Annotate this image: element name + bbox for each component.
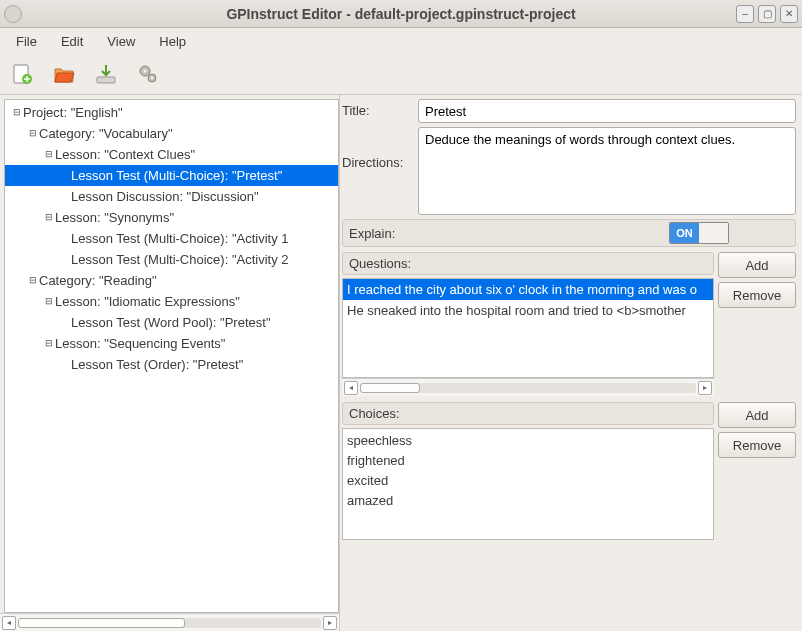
directions-textarea[interactable] — [418, 127, 796, 215]
toolbar — [0, 54, 802, 94]
choice-row[interactable]: amazed — [343, 491, 713, 511]
scroll-left-icon[interactable]: ◂ — [2, 616, 16, 630]
menu-view[interactable]: View — [97, 31, 145, 52]
tree-item-label: Lesson Test (Word Pool): "Pretest" — [71, 312, 271, 333]
tree-item[interactable]: ⊟Lesson: "Idiomatic Expressions" — [5, 291, 338, 312]
tree-item-label: Category: "Reading" — [39, 270, 157, 291]
scroll-right-icon[interactable]: ▸ — [698, 381, 712, 395]
tree-item-label: Lesson: "Sequencing Events" — [55, 333, 225, 354]
menu-file[interactable]: File — [6, 31, 47, 52]
toggle-on-label: ON — [670, 223, 699, 243]
tree-item-label: Category: "Vocabulary" — [39, 123, 173, 144]
tree-item[interactable]: ⊟Category: "Reading" — [5, 270, 338, 291]
tree-item-label: Lesson: "Context Clues" — [55, 144, 195, 165]
svg-point-4 — [144, 70, 147, 73]
svg-point-6 — [151, 77, 153, 79]
new-file-button[interactable] — [8, 60, 36, 88]
scroll-right-icon[interactable]: ▸ — [323, 616, 337, 630]
window-title: GPInstruct Editor - default-project.gpin… — [0, 6, 802, 22]
tree-item[interactable]: Lesson Discussion: "Discussion" — [5, 186, 338, 207]
explain-toggle[interactable]: ON — [669, 222, 729, 244]
tree-twisty[interactable]: ⊟ — [27, 123, 39, 144]
title-label: Title: — [342, 99, 418, 118]
menu-help[interactable]: Help — [149, 31, 196, 52]
menubar: File Edit View Help — [0, 28, 802, 54]
tree-item[interactable]: ⊟Lesson: "Context Clues" — [5, 144, 338, 165]
tree-twisty[interactable]: ⊟ — [43, 144, 55, 165]
tree-item-label: Lesson Test (Order): "Pretest" — [71, 354, 243, 375]
tree-twisty[interactable]: ⊟ — [11, 102, 23, 123]
remove-choice-button[interactable]: Remove — [718, 432, 796, 458]
question-row[interactable]: I reached the city about six o' clock in… — [343, 279, 713, 300]
title-input[interactable] — [418, 99, 796, 123]
tree-item-label: Lesson Test (Multi-Choice): "Pretest" — [71, 165, 282, 186]
project-tree[interactable]: ⊟Project: "English"⊟Category: "Vocabular… — [5, 100, 338, 377]
choices-header: Choices: — [342, 402, 714, 425]
svg-rect-2 — [97, 77, 115, 83]
tree-twisty[interactable]: ⊟ — [43, 207, 55, 228]
tree-panel: ⊟Project: "English"⊟Category: "Vocabular… — [0, 95, 340, 631]
tree-item[interactable]: ⊟Lesson: "Synonyms" — [5, 207, 338, 228]
choices-list[interactable]: speechlessfrightenedexcitedamazed — [342, 428, 714, 540]
open-file-button[interactable] — [50, 60, 78, 88]
remove-question-button[interactable]: Remove — [718, 282, 796, 308]
tree-item[interactable]: Lesson Test (Multi-Choice): "Activity 2 — [5, 249, 338, 270]
tree-item[interactable]: Lesson Test (Multi-Choice): "Pretest" — [5, 165, 338, 186]
tree-item[interactable]: Lesson Test (Word Pool): "Pretest" — [5, 312, 338, 333]
question-row[interactable]: He sneaked into the hospital room and tr… — [343, 300, 713, 321]
tree-item[interactable]: Lesson Test (Multi-Choice): "Activity 1 — [5, 228, 338, 249]
settings-button[interactable] — [134, 60, 162, 88]
directions-label: Directions: — [342, 127, 418, 170]
editor-panel: Title: Directions: Explain: ON Questions… — [340, 95, 802, 631]
tree-item[interactable]: ⊟Project: "English" — [5, 102, 338, 123]
tree-twisty[interactable]: ⊟ — [43, 291, 55, 312]
choice-row[interactable]: frightened — [343, 451, 713, 471]
page-plus-icon — [11, 63, 33, 85]
tree-item-label: Lesson Test (Multi-Choice): "Activity 2 — [71, 249, 289, 270]
questions-list[interactable]: I reached the city about six o' clock in… — [342, 278, 714, 378]
scroll-left-icon[interactable]: ◂ — [344, 381, 358, 395]
titlebar: GPInstruct Editor - default-project.gpin… — [0, 0, 802, 28]
tree-hscrollbar[interactable]: ◂ ▸ — [0, 613, 339, 631]
add-question-button[interactable]: Add — [718, 252, 796, 278]
choice-row[interactable]: speechless — [343, 431, 713, 451]
questions-hscrollbar[interactable]: ◂ ▸ — [342, 378, 714, 396]
tree-twisty[interactable]: ⊟ — [27, 270, 39, 291]
tree-item-label: Project: "English" — [23, 102, 123, 123]
choice-row[interactable]: excited — [343, 471, 713, 491]
tree-item-label: Lesson: "Synonyms" — [55, 207, 174, 228]
tree-item[interactable]: ⊟Lesson: "Sequencing Events" — [5, 333, 338, 354]
add-choice-button[interactable]: Add — [718, 402, 796, 428]
folder-open-icon — [53, 63, 75, 85]
questions-header: Questions: — [342, 252, 714, 275]
gears-icon — [137, 63, 159, 85]
tree-item-label: Lesson Test (Multi-Choice): "Activity 1 — [71, 228, 289, 249]
explain-label: Explain: — [349, 226, 395, 241]
tree-item[interactable]: ⊟Category: "Vocabulary" — [5, 123, 338, 144]
tree-item-label: Lesson Discussion: "Discussion" — [71, 186, 259, 207]
save-down-icon — [95, 63, 117, 85]
save-button[interactable] — [92, 60, 120, 88]
tree-twisty[interactable]: ⊟ — [43, 333, 55, 354]
tree-item[interactable]: Lesson Test (Order): "Pretest" — [5, 354, 338, 375]
tree-item-label: Lesson: "Idiomatic Expressions" — [55, 291, 240, 312]
menu-edit[interactable]: Edit — [51, 31, 93, 52]
